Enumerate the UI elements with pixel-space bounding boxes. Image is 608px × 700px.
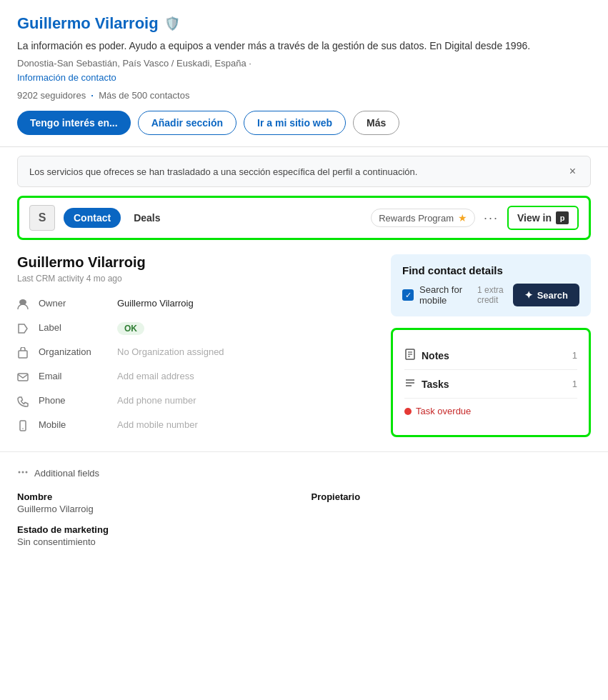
connections-count[interactable]: Más de 500 contactos bbox=[99, 90, 189, 101]
rewards-label: Rewards Program bbox=[379, 213, 454, 224]
af-marketing: Estado de marketing Sin consentimiento bbox=[17, 524, 297, 547]
af-marketing-value: Sin consentimiento bbox=[17, 536, 297, 547]
phone-icon bbox=[17, 396, 31, 409]
notification-text: Los servicios que ofreces se han traslad… bbox=[29, 166, 417, 177]
additional-fields-grid: Nombre Guillermo Vilarroig Propietario E… bbox=[17, 491, 591, 547]
profile-name: Guillermo Vilarroig bbox=[17, 14, 159, 33]
owner-value: Guillermo Vilarroig bbox=[117, 298, 194, 309]
field-row-owner: Owner Guillermo Vilarroig bbox=[17, 298, 377, 312]
crm-bar-right: Rewards Program ★ ··· View in p bbox=[371, 206, 579, 230]
task-overdue-badge: Task overdue bbox=[404, 406, 471, 416]
svg-rect-2 bbox=[18, 374, 28, 381]
left-panel: Guillermo Vilarroig Last CRM activity 4 … bbox=[17, 254, 377, 437]
notes-panel-item[interactable]: Notes 1 bbox=[404, 341, 577, 370]
profile-header: Guillermo Vilarroig 🛡️ La información es… bbox=[0, 0, 608, 147]
search-mobile-label: Search for mobile bbox=[419, 284, 472, 306]
tasks-panel-item: Tasks 1 bbox=[404, 370, 577, 399]
svg-rect-3 bbox=[20, 421, 26, 431]
mobile-value[interactable]: Add mobile number bbox=[117, 419, 198, 430]
notes-label-row: Notes bbox=[404, 349, 449, 362]
sparkle-icon: ✦ bbox=[524, 289, 533, 301]
extra-credit-label: 1 extra credit bbox=[477, 285, 513, 305]
additional-fields-section: Additional fields Nombre Guillermo Vilar… bbox=[0, 451, 608, 547]
notes-label: Notes bbox=[422, 350, 449, 361]
pipedrive-icon: p bbox=[556, 211, 569, 224]
contact-activity: Last CRM activity 4 mo ago bbox=[17, 274, 377, 284]
owner-label: Owner bbox=[39, 298, 110, 309]
main-content: Guillermo Vilarroig Last CRM activity 4 … bbox=[0, 240, 608, 451]
find-contact-title: Find contact details bbox=[402, 264, 579, 276]
field-row-mobile: Mobile Add mobile number bbox=[17, 419, 377, 434]
owner-icon bbox=[17, 299, 31, 312]
label-icon bbox=[17, 323, 31, 336]
email-value[interactable]: Add email address bbox=[117, 371, 194, 381]
field-row-phone: Phone Add phone number bbox=[17, 395, 377, 409]
tab-deals[interactable]: Deals bbox=[124, 208, 170, 228]
af-nombre: Nombre Guillermo Vilarroig bbox=[17, 491, 297, 514]
tasks-count: 1 bbox=[572, 379, 577, 389]
followers-count[interactable]: 9202 seguidores bbox=[17, 90, 86, 101]
notes-tasks-panel: Notes 1 Tasks 1 Task overdue bbox=[391, 328, 591, 437]
profile-name-row: Guillermo Vilarroig 🛡️ bbox=[17, 14, 591, 33]
find-contact-option: ✓ Search for mobile 1 extra credit bbox=[402, 284, 513, 306]
af-nombre-label: Nombre bbox=[17, 491, 297, 502]
interested-button[interactable]: Tengo interés en... bbox=[17, 111, 131, 135]
task-overdue-label: Task overdue bbox=[416, 406, 471, 416]
star-icon: ★ bbox=[458, 212, 467, 224]
search-button-label: Search bbox=[537, 290, 568, 301]
tasks-label-row: Tasks bbox=[404, 377, 449, 391]
organization-icon bbox=[17, 347, 31, 361]
task-overdue-item: Task overdue bbox=[404, 399, 577, 424]
profile-bio: La información es poder. Ayudo a equipos… bbox=[17, 39, 589, 54]
right-panel: Find contact details ✓ Search for mobile… bbox=[391, 254, 591, 437]
af-propietario: Propietario bbox=[312, 491, 592, 514]
additional-fields-header: Additional fields bbox=[17, 466, 591, 480]
contact-display-name: Guillermo Vilarroig bbox=[17, 254, 377, 271]
field-row-label: Label OK bbox=[17, 322, 377, 336]
crm-avatar: S bbox=[29, 205, 55, 231]
tasks-icon bbox=[404, 377, 416, 391]
verified-icon: 🛡️ bbox=[164, 16, 180, 31]
organization-value[interactable]: No Organization assigned bbox=[117, 346, 224, 357]
phone-label: Phone bbox=[39, 395, 110, 406]
view-in-button[interactable]: View in p bbox=[507, 206, 579, 230]
field-list: Owner Guillermo Vilarroig Label OK Organ… bbox=[17, 298, 377, 434]
view-in-label: View in bbox=[517, 212, 552, 224]
svg-point-12 bbox=[22, 471, 24, 474]
label-value[interactable]: OK bbox=[117, 322, 144, 335]
find-contact-card: Find contact details ✓ Search for mobile… bbox=[391, 254, 591, 316]
notification-close-button[interactable]: × bbox=[567, 165, 579, 178]
svg-rect-1 bbox=[19, 351, 27, 358]
contact-name-section: Guillermo Vilarroig Last CRM activity 4 … bbox=[17, 254, 377, 284]
search-button[interactable]: ✦ Search bbox=[513, 284, 579, 306]
label-field-label: Label bbox=[39, 322, 110, 333]
mobile-icon bbox=[17, 420, 31, 434]
crm-more-button[interactable]: ··· bbox=[484, 211, 499, 226]
tab-contact[interactable]: Contact bbox=[64, 208, 121, 228]
find-contact-row: ✓ Search for mobile 1 extra credit ✦ Sea… bbox=[402, 284, 579, 306]
website-button[interactable]: Ir a mi sitio web bbox=[244, 111, 346, 135]
svg-point-14 bbox=[26, 471, 28, 474]
profile-stats: 9202 seguidores · Más de 500 contactos bbox=[17, 90, 591, 101]
profile-location: Donostia-San Sebastián, País Vasco / Eus… bbox=[17, 58, 591, 69]
crm-bar: S Contact Deals Rewards Program ★ ··· Vi… bbox=[17, 196, 591, 240]
notification-banner: Los servicios que ofreces se han traslad… bbox=[17, 156, 591, 187]
field-row-organization: Organization No Organization assigned bbox=[17, 346, 377, 361]
organization-label: Organization bbox=[39, 346, 110, 357]
phone-value[interactable]: Add phone number bbox=[117, 395, 196, 406]
crm-bar-left: S Contact Deals bbox=[29, 205, 170, 231]
svg-point-4 bbox=[22, 428, 24, 429]
af-nombre-value: Guillermo Vilarroig bbox=[17, 504, 297, 514]
additional-fields-label: Additional fields bbox=[34, 468, 99, 479]
af-marketing-label: Estado de marketing bbox=[17, 524, 297, 535]
overdue-dot-icon bbox=[404, 408, 412, 415]
tasks-label: Tasks bbox=[422, 379, 449, 390]
more-button[interactable]: Más bbox=[353, 111, 399, 135]
mobile-label: Mobile bbox=[39, 419, 110, 430]
rewards-program-badge[interactable]: Rewards Program ★ bbox=[371, 209, 475, 227]
notes-count: 1 bbox=[572, 350, 577, 361]
contact-info-link[interactable]: Información de contacto bbox=[17, 72, 116, 83]
add-section-button[interactable]: Añadir sección bbox=[138, 111, 236, 135]
notes-icon bbox=[404, 349, 416, 362]
search-mobile-checkbox[interactable]: ✓ bbox=[402, 289, 414, 301]
